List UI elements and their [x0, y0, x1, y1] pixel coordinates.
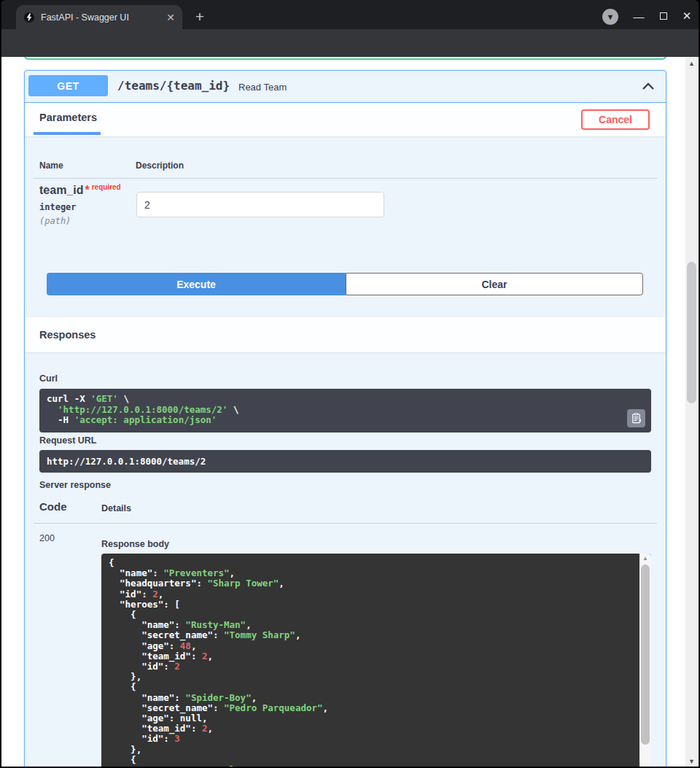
active-tab-underline	[34, 132, 101, 135]
request-url-label: Request URL	[39, 435, 96, 446]
response-table-divider	[34, 523, 657, 524]
page-scrollbar[interactable]: ▲ ▼	[685, 57, 698, 768]
copy-to-clipboard-button[interactable]	[627, 409, 645, 427]
details-column-header: Details	[101, 503, 131, 513]
tab-title: FastAPI - Swagger UI	[41, 12, 159, 23]
curl-label: Curl	[39, 373, 58, 384]
method-badge: GET	[28, 75, 108, 96]
server-response-label: Server response	[39, 480, 111, 490]
browser-toolbar: ← → ⟳ 127.0.0.1:8000/docs#/default/read_…	[0, 29, 700, 57]
swagger-page: GET /teams/{team_id} Read Team Parameter…	[0, 57, 700, 768]
tab-strip: FastAPI - Swagger UI ✕ + ▼ — ✕	[0, 0, 700, 29]
response-body-label: Response body	[101, 539, 169, 549]
page-scrollbar-thumb[interactable]	[687, 262, 696, 403]
window-maximize-button[interactable]	[655, 7, 672, 25]
response-body-block: { "name": "Preventers", "headquarters": …	[101, 554, 651, 768]
page-scroll-up-icon[interactable]: ▲	[685, 60, 698, 67]
previous-endpoint-fragment	[24, 57, 666, 60]
parameters-section-header: Parameters Cancel	[25, 103, 666, 136]
opblock-get-teams: GET /teams/{team_id} Read Team Parameter…	[24, 70, 666, 768]
response-body-json: { "name": "Preventers", "headquarters": …	[101, 554, 651, 768]
param-location: (path)	[39, 216, 71, 226]
clear-button[interactable]: Clear	[346, 273, 643, 295]
request-url-block: http://127.0.0.1:8000/teams/2	[39, 450, 651, 473]
fastapi-favicon-icon	[23, 12, 35, 23]
curl-command-text: curl -X 'GET' \ 'http://127.0.0.1:8000/t…	[47, 394, 644, 426]
endpoint-summary: Read Team	[238, 82, 287, 93]
cancel-button[interactable]: Cancel	[581, 109, 650, 130]
window-close-button[interactable]: ✕	[678, 7, 696, 25]
page-scroll-down-icon[interactable]: ▼	[685, 758, 698, 765]
responses-section-header: Responses	[25, 317, 666, 352]
required-asterisk: *	[85, 184, 89, 196]
code-column-header: Code	[39, 500, 67, 513]
scroll-up-icon[interactable]: ▲	[639, 555, 651, 562]
opblock-header[interactable]: GET /teams/{team_id} Read Team	[25, 71, 666, 103]
status-code: 200	[39, 533, 55, 543]
column-header-name: Name	[39, 160, 63, 171]
param-value-input[interactable]	[136, 192, 384, 217]
endpoint-path: /teams/{team_id}	[117, 79, 230, 93]
responses-heading: Responses	[39, 329, 96, 341]
tab-close-icon[interactable]: ✕	[165, 11, 176, 24]
maximize-icon	[660, 12, 667, 20]
new-tab-button[interactable]: +	[190, 7, 210, 27]
browser-update-icon[interactable]: ▼	[602, 9, 618, 25]
curl-command-block: curl -X 'GET' \ 'http://127.0.0.1:8000/t…	[39, 389, 651, 433]
browser-tab[interactable]: FastAPI - Swagger UI ✕	[16, 5, 182, 29]
response-body-scrollbar[interactable]: ▲	[639, 554, 651, 768]
response-scrollbar-thumb[interactable]	[641, 565, 650, 745]
execute-button[interactable]: Execute	[47, 273, 346, 295]
param-name: team_id*required	[39, 184, 121, 197]
param-type: integer	[39, 202, 77, 212]
collapse-chevron-icon[interactable]	[641, 80, 656, 93]
column-header-description: Description	[136, 160, 184, 171]
window-minimize-button[interactable]: —	[630, 7, 648, 25]
tab-parameters[interactable]: Parameters	[39, 112, 97, 123]
table-divider	[34, 178, 657, 179]
required-label: required	[92, 183, 121, 191]
request-url-value: http://127.0.0.1:8000/teams/2	[47, 456, 206, 467]
